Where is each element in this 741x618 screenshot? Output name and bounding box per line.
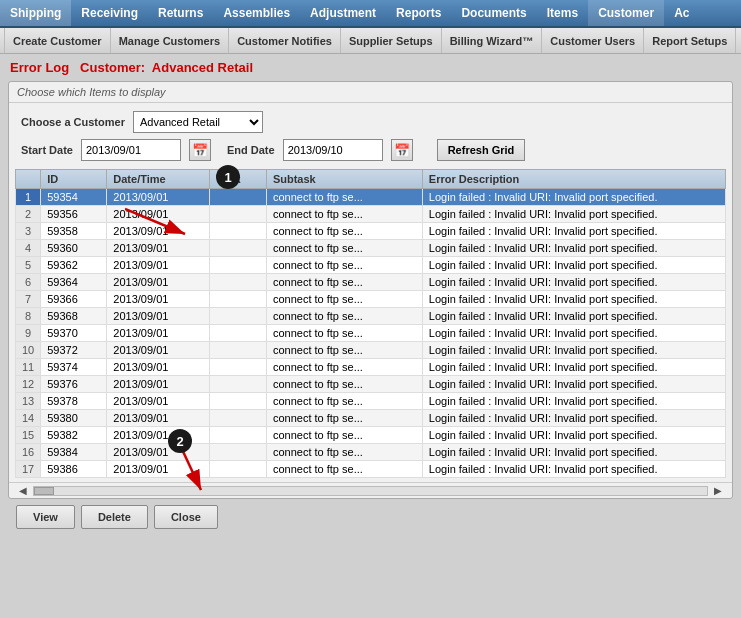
cell-subtask: connect to ftp se... — [266, 274, 422, 291]
close-button[interactable]: Close — [154, 505, 218, 529]
cell-task — [210, 189, 266, 206]
bottom-buttons: View Delete Close 2 — [8, 499, 733, 535]
cell-datetime: 2013/09/01 — [107, 325, 210, 342]
cell-datetime: 2013/09/01 — [107, 393, 210, 410]
table-row[interactable]: 16 59384 2013/09/01 connect to ftp se...… — [16, 444, 726, 461]
subnav-create-customer[interactable]: Create Customer — [4, 28, 111, 53]
cell-rownum: 12 — [16, 376, 41, 393]
subnav-manage-customers[interactable]: Manage Customers — [111, 28, 229, 53]
subnav-report-setups[interactable]: Report Setups — [644, 28, 736, 53]
table-row[interactable]: 6 59364 2013/09/01 connect to ftp se... … — [16, 274, 726, 291]
subnav-customer-notifies[interactable]: Customer Notifies — [229, 28, 341, 53]
nav-adjustment[interactable]: Adjustment — [300, 0, 386, 26]
filter-panel: Choose which Items to display Choose a C… — [8, 81, 733, 499]
scroll-right-arrow[interactable]: ▶ — [710, 485, 726, 496]
cell-task — [210, 223, 266, 240]
scroll-track[interactable] — [33, 486, 708, 496]
cell-subtask: connect to ftp se... — [266, 223, 422, 240]
nav-returns[interactable]: Returns — [148, 0, 213, 26]
cell-error: Login failed : Invalid URI: Invalid port… — [422, 206, 725, 223]
cell-subtask: connect to ftp se... — [266, 189, 422, 206]
scroll-thumb[interactable] — [34, 487, 54, 495]
form-area: Choose a Customer Advanced Retail Start … — [9, 103, 732, 169]
cell-rownum: 6 — [16, 274, 41, 291]
col-error-description: Error Description — [422, 170, 725, 189]
view-button[interactable]: View — [16, 505, 75, 529]
table-row[interactable]: 17 59386 2013/09/01 connect to ftp se...… — [16, 461, 726, 478]
cell-rownum: 3 — [16, 223, 41, 240]
table-row[interactable]: 12 59376 2013/09/01 connect to ftp se...… — [16, 376, 726, 393]
cell-datetime: 2013/09/01 — [107, 189, 210, 206]
table-row[interactable]: 13 59378 2013/09/01 connect to ftp se...… — [16, 393, 726, 410]
nav-assemblies[interactable]: Assemblies — [213, 0, 300, 26]
cell-datetime: 2013/09/01 — [107, 359, 210, 376]
cell-id: 59386 — [41, 461, 107, 478]
horizontal-scrollbar[interactable]: ◀ ▶ — [9, 482, 732, 498]
table-row[interactable]: 2 59356 2013/09/01 connect to ftp se... … — [16, 206, 726, 223]
cell-task — [210, 206, 266, 223]
cell-id: 59372 — [41, 342, 107, 359]
table-row[interactable]: 8 59368 2013/09/01 connect to ftp se... … — [16, 308, 726, 325]
cell-rownum: 7 — [16, 291, 41, 308]
refresh-grid-button[interactable]: Refresh Grid — [437, 139, 526, 161]
cell-subtask: connect to ftp se... — [266, 461, 422, 478]
subnav-billing-wizard[interactable]: Billing Wizard™ — [442, 28, 543, 53]
table-row[interactable]: 15 59382 2013/09/01 connect to ftp se...… — [16, 427, 726, 444]
nav-receiving[interactable]: Receiving — [71, 0, 148, 26]
col-id: ID — [41, 170, 107, 189]
cell-id: 59374 — [41, 359, 107, 376]
nav-documents[interactable]: Documents — [451, 0, 536, 26]
table-row[interactable]: 9 59370 2013/09/01 connect to ftp se... … — [16, 325, 726, 342]
customer-row: Choose a Customer Advanced Retail — [21, 111, 720, 133]
sub-nav: Create Customer Manage Customers Custome… — [0, 28, 741, 54]
table-row[interactable]: 3 59358 2013/09/01 connect to ftp se... … — [16, 223, 726, 240]
table-row[interactable]: 7 59366 2013/09/01 connect to ftp se... … — [16, 291, 726, 308]
customer-select[interactable]: Advanced Retail — [133, 111, 263, 133]
cell-datetime: 2013/09/01 — [107, 223, 210, 240]
top-nav: Shipping Receiving Returns Assemblies Ad… — [0, 0, 741, 28]
cell-error: Login failed : Invalid URI: Invalid port… — [422, 291, 725, 308]
cell-rownum: 1 — [16, 189, 41, 206]
cell-datetime: 2013/09/01 — [107, 461, 210, 478]
delete-button[interactable]: Delete — [81, 505, 148, 529]
cell-error: Login failed : Invalid URI: Invalid port… — [422, 189, 725, 206]
subnav-supplier-setups[interactable]: Supplier Setups — [341, 28, 442, 53]
cell-task — [210, 427, 266, 444]
table-row[interactable]: 14 59380 2013/09/01 connect to ftp se...… — [16, 410, 726, 427]
table-row[interactable]: 1 59354 2013/09/01 connect to ftp se... … — [16, 189, 726, 206]
scroll-left-arrow[interactable]: ◀ — [15, 485, 31, 496]
table-row[interactable]: 4 59360 2013/09/01 connect to ftp se... … — [16, 240, 726, 257]
table-row[interactable]: 11 59374 2013/09/01 connect to ftp se...… — [16, 359, 726, 376]
cell-task — [210, 308, 266, 325]
cell-rownum: 14 — [16, 410, 41, 427]
cell-error: Login failed : Invalid URI: Invalid port… — [422, 325, 725, 342]
nav-shipping[interactable]: Shipping — [0, 0, 71, 26]
cell-error: Login failed : Invalid URI: Invalid port… — [422, 342, 725, 359]
nav-ac[interactable]: Ac — [664, 0, 699, 26]
start-date-input[interactable] — [81, 139, 181, 161]
table-row[interactable]: 5 59362 2013/09/01 connect to ftp se... … — [16, 257, 726, 274]
end-date-input[interactable] — [283, 139, 383, 161]
page-title-customer: Advanced Retail — [152, 60, 253, 75]
cell-task — [210, 342, 266, 359]
cell-id: 59368 — [41, 308, 107, 325]
cell-rownum: 11 — [16, 359, 41, 376]
subnav-customer-users[interactable]: Customer Users — [542, 28, 644, 53]
col-subtask: Subtask — [266, 170, 422, 189]
cell-datetime: 2013/09/01 — [107, 427, 210, 444]
cell-subtask: connect to ftp se... — [266, 393, 422, 410]
cell-subtask: connect to ftp se... — [266, 410, 422, 427]
nav-reports[interactable]: Reports — [386, 0, 451, 26]
error-log-table-container[interactable]: ID Date/Time Task Subtask Error Descript… — [15, 169, 726, 478]
nav-customer[interactable]: Customer — [588, 0, 664, 26]
col-datetime: Date/Time — [107, 170, 210, 189]
end-date-calendar-button[interactable]: 📅 — [391, 139, 413, 161]
cell-task — [210, 376, 266, 393]
date-row: Start Date 📅 End Date 📅 Refresh Grid 1 — [21, 139, 720, 161]
cell-id: 59358 — [41, 223, 107, 240]
start-date-calendar-button[interactable]: 📅 — [189, 139, 211, 161]
cell-task — [210, 257, 266, 274]
cell-rownum: 2 — [16, 206, 41, 223]
table-row[interactable]: 10 59372 2013/09/01 connect to ftp se...… — [16, 342, 726, 359]
nav-items[interactable]: Items — [537, 0, 588, 26]
